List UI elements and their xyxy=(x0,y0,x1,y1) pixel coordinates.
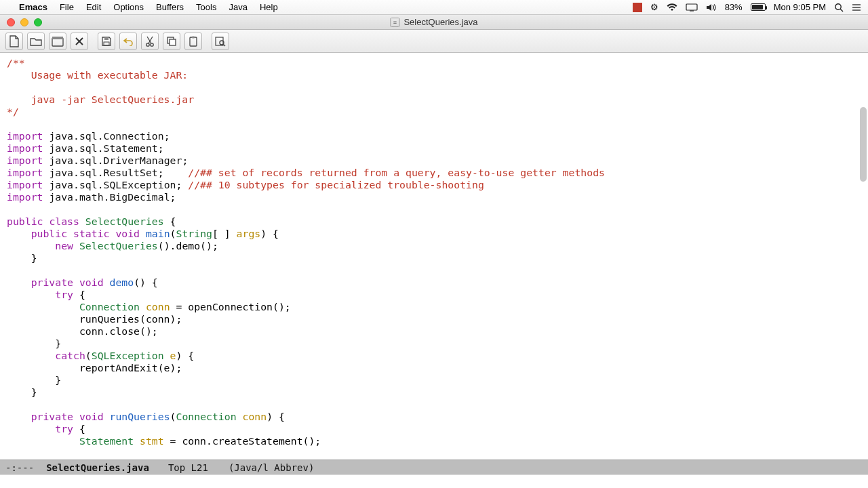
keyword: import xyxy=(7,191,43,203)
save-button[interactable] xyxy=(98,33,115,50)
import-path: java.sql.Statement xyxy=(49,142,157,154)
notification-center-icon[interactable] xyxy=(852,3,861,12)
svg-rect-18 xyxy=(190,37,197,46)
comment-line: */ xyxy=(7,106,19,117)
variable: conn xyxy=(243,411,267,422)
keyword: try xyxy=(55,423,73,434)
system-prefs-icon[interactable]: ⚙︎ xyxy=(650,2,658,12)
code-text: runQueries(conn); xyxy=(79,313,182,325)
svg-rect-19 xyxy=(192,36,195,38)
keyword: public xyxy=(7,216,43,227)
keyword: import xyxy=(7,130,43,142)
keyword: catch xyxy=(55,350,85,361)
comment-line: java -jar SelectQueries.jar xyxy=(7,94,194,105)
svg-rect-17 xyxy=(170,39,176,45)
recording-indicator-icon[interactable] xyxy=(633,3,642,12)
svg-point-1 xyxy=(835,3,841,9)
cut-button[interactable] xyxy=(141,33,159,50)
copy-button[interactable] xyxy=(163,33,180,50)
svg-point-12 xyxy=(146,43,149,45)
method-name: main xyxy=(146,228,170,239)
code-text: reportAndExit(e); xyxy=(79,362,182,373)
emacs-modeline[interactable]: -:--- SelectQueries.java Top L21 (Java/l… xyxy=(0,460,868,474)
file-proxy-icon[interactable]: ≡ xyxy=(390,18,399,27)
import-path: java.sql.DriverManager xyxy=(49,155,182,166)
menu-buffers[interactable]: Buffers xyxy=(156,2,184,12)
menu-help[interactable]: Help xyxy=(260,2,278,12)
keyword: static xyxy=(73,228,109,239)
keyword: class xyxy=(49,216,79,227)
window-close-button[interactable] xyxy=(7,18,15,26)
emacs-minibuffer[interactable] xyxy=(0,474,868,488)
window-zoom-button[interactable] xyxy=(34,18,42,26)
app-name[interactable]: Emacs xyxy=(19,2,47,12)
type: SelectQueries xyxy=(79,240,158,251)
code-text: conn.close(); xyxy=(79,325,158,337)
close-buffer-button[interactable] xyxy=(71,33,88,50)
window-title: SelectQueries.java xyxy=(403,17,477,27)
spotlight-icon[interactable] xyxy=(834,3,844,12)
svg-line-2 xyxy=(840,9,843,12)
method-name: runQueries xyxy=(109,411,170,422)
modeline-mode: (Java/l Abbrev) xyxy=(229,462,314,473)
svg-rect-7 xyxy=(52,37,63,39)
display-icon[interactable] xyxy=(686,3,698,12)
clock[interactable]: Mon 9:05 PM xyxy=(774,2,826,12)
wifi-icon[interactable] xyxy=(667,3,677,12)
keyword: import xyxy=(7,142,43,154)
method-name: demo xyxy=(109,277,134,288)
open-file-button[interactable] xyxy=(27,33,45,50)
variable: args xyxy=(237,228,261,239)
window-titlebar: ≡ SelectQueries.java xyxy=(0,15,868,30)
import-path: java.math.BigDecimal xyxy=(49,191,170,203)
emacs-toolbar xyxy=(0,30,868,53)
comment-line: /** xyxy=(7,57,25,68)
search-button[interactable] xyxy=(212,33,229,50)
type: Connection xyxy=(176,411,237,422)
code-text: = openConnection(); xyxy=(170,301,291,312)
svg-point-13 xyxy=(151,43,153,45)
menu-options[interactable]: Options xyxy=(113,2,144,12)
menu-tools[interactable]: Tools xyxy=(196,2,216,12)
volume-icon[interactable] xyxy=(706,3,717,12)
menu-file[interactable]: File xyxy=(60,2,74,12)
undo-button[interactable] xyxy=(119,33,137,50)
comment: //## 10 subtypes for specialized trouble… xyxy=(188,179,484,190)
keyword: import xyxy=(7,155,43,166)
window-minimize-button[interactable] xyxy=(20,18,28,26)
code-editor[interactable]: /** Usage with executable JAR: java -jar… xyxy=(0,53,868,460)
modeline-position: Top L21 xyxy=(168,462,208,473)
keyword: new xyxy=(55,240,73,251)
variable: stmt xyxy=(140,435,164,447)
variable: e xyxy=(170,350,176,361)
mac-menubar: Emacs File Edit Options Buffers Tools Ja… xyxy=(0,0,868,15)
class-name: SelectQueries xyxy=(85,216,164,227)
svg-rect-20 xyxy=(216,37,223,45)
keyword: import xyxy=(7,179,43,190)
scrollbar-thumb[interactable] xyxy=(860,107,867,182)
comment: //## set of records returned from a quer… xyxy=(188,167,605,178)
new-file-button[interactable] xyxy=(5,33,23,50)
dired-button[interactable] xyxy=(49,33,66,50)
comment-line: Usage with executable JAR: xyxy=(7,69,188,81)
type: SQLException xyxy=(92,350,164,361)
menu-java[interactable]: Java xyxy=(229,2,247,12)
variable: conn xyxy=(146,301,170,312)
keyword: try xyxy=(55,289,73,300)
code-text: ().demo(); xyxy=(158,240,218,251)
keyword: private xyxy=(31,277,73,288)
keyword: void xyxy=(79,411,104,422)
keyword: private xyxy=(31,411,73,422)
modeline-status: -:--- xyxy=(5,462,34,473)
battery-icon[interactable] xyxy=(751,3,766,11)
menu-edit[interactable]: Edit xyxy=(86,2,101,12)
svg-rect-11 xyxy=(104,42,109,45)
battery-percent: 83% xyxy=(725,2,743,12)
type: String xyxy=(176,228,212,239)
import-path: java.sql.SQLException xyxy=(49,179,176,190)
import-path: java.sql.Connection xyxy=(49,130,163,142)
paste-button[interactable] xyxy=(184,33,202,50)
keyword: void xyxy=(115,228,140,239)
svg-rect-0 xyxy=(686,4,697,10)
keyword: import xyxy=(7,167,43,178)
